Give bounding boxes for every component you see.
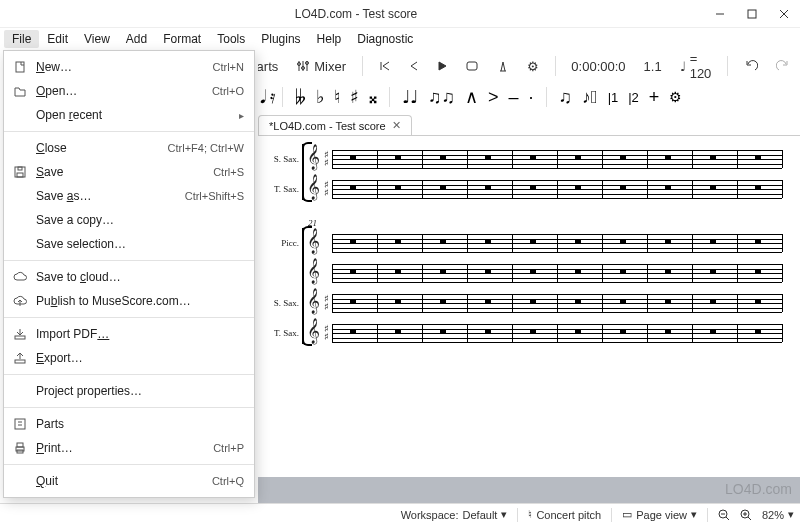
double-flat-icon[interactable]: 𝄫	[295, 87, 306, 108]
play-button[interactable]	[433, 58, 451, 74]
menu-item-parts[interactable]: Parts	[4, 412, 254, 436]
palette-gear-icon[interactable]: ⚙	[669, 89, 682, 105]
tuning-fork-icon: ♮	[528, 508, 532, 521]
score-canvas[interactable]: S. Sax. 𝄞 ♯♯ T. Sax. 𝄞 ♯♯ 21 Picc. 𝄞	[258, 136, 800, 477]
menu-item-close[interactable]: CloseCtrl+F4; Ctrl+W	[4, 136, 254, 160]
menu-item-export[interactable]: Export…	[4, 346, 254, 370]
undo-button[interactable]	[740, 58, 762, 74]
menu-item-label: Quit	[36, 474, 204, 488]
tempo-display[interactable]: ♩ = 120	[676, 49, 716, 83]
maximize-button[interactable]	[736, 0, 768, 28]
bracket-icon	[302, 144, 306, 200]
menu-item-shortcut: Ctrl+Shift+S	[185, 190, 244, 202]
workspace-selector[interactable]: Workspace: Default ▾	[401, 508, 508, 521]
keysig-icon: ♯♯	[324, 181, 332, 197]
flip-icon[interactable]: ♪𝅮	[582, 87, 598, 108]
tie-icon[interactable]: ♩♩	[402, 86, 418, 108]
voice1-icon[interactable]: |1	[608, 90, 619, 105]
menu-help[interactable]: Help	[309, 30, 350, 48]
menu-format[interactable]: Format	[155, 30, 209, 48]
export-icon	[12, 350, 28, 366]
staff[interactable]	[332, 176, 782, 202]
add-icon[interactable]: +	[649, 87, 660, 108]
menu-item-publish-to-musescore-com[interactable]: Publish to MuseScore.com…	[4, 289, 254, 313]
instrument-label: T. Sax.	[268, 328, 302, 338]
flat-icon[interactable]: ♭	[316, 86, 324, 108]
staff[interactable]	[332, 320, 782, 346]
staff[interactable]	[332, 290, 782, 316]
blank-icon	[12, 107, 28, 123]
natural-icon[interactable]: ♮	[334, 86, 340, 108]
menu-item-shortcut: Ctrl+O	[212, 85, 244, 97]
svg-line-18	[726, 517, 729, 520]
accent-icon[interactable]: >	[488, 87, 499, 108]
view-mode-selector[interactable]: ▭ Page view ▾	[622, 508, 697, 521]
metronome-button[interactable]	[493, 58, 513, 74]
zoom-out-button[interactable]	[718, 509, 730, 521]
loop-button[interactable]	[461, 58, 483, 74]
menu-item-quit[interactable]: QuitCtrl+Q	[4, 469, 254, 493]
marcato-icon[interactable]: ∧	[465, 86, 478, 108]
menu-item-label: Import PDF…	[36, 327, 244, 341]
menu-item-save-as[interactable]: Save as…Ctrl+Shift+S	[4, 184, 254, 208]
menu-item-open[interactable]: Open…Ctrl+O	[4, 79, 254, 103]
prev-button[interactable]	[405, 58, 423, 74]
svg-rect-31	[15, 360, 25, 363]
menu-plugins[interactable]: Plugins	[253, 30, 308, 48]
close-button[interactable]	[768, 0, 800, 28]
voice2-icon[interactable]: |2	[628, 90, 639, 105]
minimize-button[interactable]	[704, 0, 736, 28]
tuplet-icon[interactable]: ♫	[559, 87, 573, 108]
mixer-button[interactable]: Mixer	[292, 57, 350, 76]
menu-item-save[interactable]: SaveCtrl+S	[4, 160, 254, 184]
menu-edit[interactable]: Edit	[39, 30, 76, 48]
menu-view[interactable]: View	[76, 30, 118, 48]
instrument-label: T. Sax.	[268, 184, 302, 194]
menu-item-print[interactable]: Print…Ctrl+P	[4, 436, 254, 460]
svg-rect-24	[16, 62, 24, 72]
menu-item-label: Parts	[36, 417, 244, 431]
tab-close-icon[interactable]: ✕	[392, 119, 401, 132]
menu-tools[interactable]: Tools	[209, 30, 253, 48]
menu-item-project-properties[interactable]: Project properties…	[4, 379, 254, 403]
position-display: 1.1	[640, 57, 666, 76]
menubar: File Edit View Add Format Tools Plugins …	[0, 28, 800, 50]
redo-button[interactable]	[772, 58, 794, 74]
menu-item-label: Export…	[36, 351, 244, 365]
new-icon	[12, 59, 28, 75]
sharp-icon[interactable]: ♯	[350, 86, 359, 108]
concert-pitch-toggle[interactable]: ♮ Concert pitch	[528, 508, 601, 521]
settings-button[interactable]: ⚙	[523, 57, 543, 76]
staff[interactable]	[332, 260, 782, 286]
menu-item-save-to-cloud[interactable]: Save to cloud…	[4, 265, 254, 289]
menu-item-open-recent[interactable]: Open recent▸	[4, 103, 254, 127]
menu-item-label: Save selection…	[36, 237, 244, 251]
chevron-down-icon: ▾	[501, 508, 507, 521]
menu-item-save-a-copy[interactable]: Save a copy…	[4, 208, 254, 232]
blank-icon	[12, 236, 28, 252]
staccato-icon[interactable]: ·	[529, 87, 534, 108]
menu-item-save-selection[interactable]: Save selection…	[4, 232, 254, 256]
menu-item-shortcut: Ctrl+S	[213, 166, 244, 178]
menu-file[interactable]: File	[4, 30, 39, 48]
slur-icon[interactable]: ♫♫	[428, 87, 455, 108]
double-sharp-icon[interactable]: 𝄪	[369, 87, 377, 108]
staff[interactable]	[332, 146, 782, 172]
menu-item-label: Save to cloud…	[36, 270, 244, 284]
menu-item-new[interactable]: New…Ctrl+N	[4, 55, 254, 79]
staff[interactable]	[332, 230, 782, 256]
menu-item-import-pdf[interactable]: Import PDF…	[4, 322, 254, 346]
svg-rect-37	[17, 443, 23, 447]
zoom-in-button[interactable]	[740, 509, 752, 521]
menu-item-label: Save as…	[36, 189, 177, 203]
zoom-level[interactable]: 82% ▾	[762, 508, 794, 521]
tenuto-icon[interactable]: –	[509, 87, 519, 108]
keysig-icon: ♯♯	[324, 151, 332, 167]
score-tab[interactable]: *LO4D.com - Test score ✕	[258, 115, 412, 135]
rewind-button[interactable]	[375, 58, 395, 74]
menu-item-label: Close	[36, 141, 160, 155]
cloud-icon	[12, 269, 28, 285]
menu-add[interactable]: Add	[118, 30, 155, 48]
menu-diagnostic[interactable]: Diagnostic	[349, 30, 421, 48]
blank-icon	[12, 140, 28, 156]
